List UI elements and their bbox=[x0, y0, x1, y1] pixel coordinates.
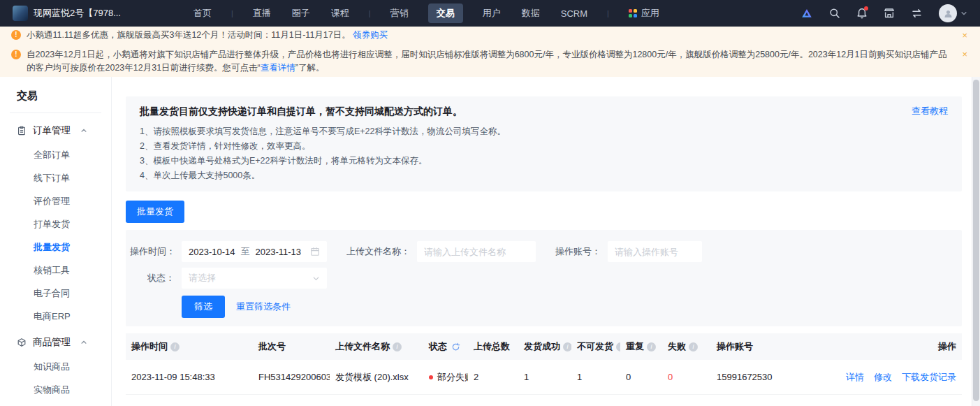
sidebar-item-verification-tool[interactable]: 核销工具 bbox=[0, 259, 111, 282]
coupon-buy-link[interactable]: 领券购买 bbox=[353, 30, 388, 40]
info-icon[interactable] bbox=[647, 342, 656, 351]
nav-divider: | bbox=[607, 9, 609, 17]
search-icon[interactable] bbox=[829, 8, 840, 19]
divider bbox=[10, 113, 101, 113]
time-filter-label: 操作时间： bbox=[130, 245, 175, 258]
sidebar-item-physical-products[interactable]: 实物商品 bbox=[0, 378, 111, 401]
info-icon[interactable] bbox=[689, 342, 698, 351]
file-name-input[interactable] bbox=[417, 241, 536, 262]
detail-link[interactable]: 详情 bbox=[846, 371, 864, 384]
table-header: 操作时间 批次号 上传文件名称 状态 上传总数 发货成功 不可发货 重复 失败 … bbox=[126, 333, 962, 360]
main-content: 批量发货目前仅支持快递订单和自提订单，暂不支持同城配送方式的订单。 查看教程 1… bbox=[112, 77, 972, 406]
nav-item-scrm[interactable]: SCRM bbox=[560, 5, 589, 22]
apps-grid-icon bbox=[629, 9, 637, 17]
shop-switcher[interactable]: 现网蓝悦2号【7978... bbox=[13, 6, 121, 21]
status-dot bbox=[429, 375, 433, 379]
sidebar-item-print-ship[interactable]: 打单发货 bbox=[0, 212, 111, 235]
nav-item-circle[interactable]: 圈子 bbox=[291, 3, 312, 23]
upgrade-banner: 自2023年12月1日起，小鹅通将对旗下知识店铺产品进行整体升级，产品价格也将进… bbox=[0, 43, 980, 77]
notice-line: 4、单次上传最大支持5000条。 bbox=[140, 168, 948, 183]
nav-divider: | bbox=[369, 9, 371, 17]
info-icon[interactable] bbox=[393, 342, 402, 351]
chevron-up-icon bbox=[80, 339, 87, 346]
account-menu[interactable] bbox=[939, 4, 967, 22]
cell-status: 部分失败 bbox=[423, 371, 468, 384]
scrollbar-thumb[interactable] bbox=[973, 80, 979, 401]
col-total: 上传总数 bbox=[474, 340, 510, 353]
avatar bbox=[939, 4, 957, 22]
storefront-icon[interactable] bbox=[884, 8, 895, 19]
notice-line: 3、模板中快递单号处格式为E+22科学计数法时，将单元格转为文本保存。 bbox=[140, 154, 948, 168]
col-account: 操作账号 bbox=[717, 340, 753, 353]
notice-line: 2、查看发货详情，针对性修改，效率更高。 bbox=[140, 139, 948, 154]
reset-filters-link[interactable]: 重置筛选条件 bbox=[236, 300, 291, 313]
sidebar-group-order-management[interactable]: 订单管理 bbox=[0, 116, 111, 143]
navbar-right bbox=[800, 4, 967, 22]
col-file: 上传文件名称 bbox=[335, 340, 390, 353]
chevron-down-icon bbox=[312, 275, 320, 282]
nav-item-home[interactable]: 首页 bbox=[192, 3, 213, 23]
sidebar-item-knowledge-products[interactable]: 知识商品 bbox=[0, 355, 111, 378]
top-navbar: 现网蓝悦2号【7978... 首页 | 直播 圈子 课程 | 营销 交易 用户 … bbox=[0, 0, 980, 27]
warning-icon bbox=[11, 30, 21, 40]
col-batch: 批次号 bbox=[258, 340, 286, 353]
col-success: 发货成功 bbox=[524, 340, 560, 353]
download-ship-record-link[interactable]: 下载发货记录 bbox=[902, 371, 956, 384]
col-duplicate: 重复 bbox=[626, 340, 644, 353]
close-icon[interactable]: × bbox=[960, 29, 969, 41]
status-filter-label: 状态： bbox=[130, 272, 175, 284]
view-tutorial-link[interactable]: 查看教程 bbox=[912, 105, 948, 117]
status-select[interactable]: 请选择 bbox=[182, 268, 327, 289]
switch-shop-icon[interactable] bbox=[911, 8, 923, 19]
col-unshippable: 不可发货 bbox=[577, 340, 613, 353]
sidebar-item-e-contract[interactable]: 电子合同 bbox=[0, 282, 111, 305]
sidebar-group-product-management[interactable]: 商品管理 bbox=[0, 328, 111, 355]
sidebar-item-batch-ship[interactable]: 批量发货 bbox=[0, 235, 111, 259]
sidebar-title: 交易 bbox=[0, 87, 111, 113]
warning-icon bbox=[11, 50, 21, 59]
sidebar-item-review-management[interactable]: 评价管理 bbox=[0, 189, 111, 212]
date-separator: 至 bbox=[241, 245, 250, 258]
close-icon[interactable]: × bbox=[960, 48, 969, 60]
view-details-link[interactable]: 查看详情 bbox=[261, 63, 295, 73]
cell-duplicate: 0 bbox=[620, 372, 662, 382]
table-row: 2023-11-09 15:48:33 FH531429200603 发货模板 … bbox=[126, 360, 962, 395]
brand-triangle-icon[interactable] bbox=[800, 7, 813, 20]
cell-upload-total: 2 bbox=[468, 372, 518, 382]
notice-title: 批量发货目前仅支持快递订单和自提订单，暂不支持同城配送方式的订单。 bbox=[140, 105, 462, 117]
col-status: 状态 bbox=[429, 340, 447, 353]
sidebar-item-all-orders[interactable]: 全部订单 bbox=[0, 143, 111, 166]
batch-ship-button[interactable]: 批量发货 bbox=[126, 201, 184, 223]
cell-account: 15991672530 bbox=[711, 372, 843, 382]
cell-actions: 详情 修改 下载发货记录 bbox=[843, 371, 962, 384]
sidebar-item-offline-orders[interactable]: 线下订单 bbox=[0, 166, 111, 189]
nav-item-data[interactable]: 数据 bbox=[520, 3, 541, 23]
nav-item-course[interactable]: 课程 bbox=[330, 3, 351, 23]
nav-item-live[interactable]: 直播 bbox=[251, 3, 272, 23]
account-filter-label: 操作账号： bbox=[555, 245, 601, 258]
col-time: 操作时间 bbox=[131, 340, 168, 353]
info-icon[interactable] bbox=[170, 342, 180, 351]
nav-item-apps[interactable]: 应用 bbox=[627, 3, 661, 23]
nav-item-marketing[interactable]: 营销 bbox=[389, 3, 410, 23]
calendar-icon bbox=[310, 247, 320, 256]
refresh-icon[interactable] bbox=[451, 342, 460, 351]
cell-time: 2023-11-09 15:48:33 bbox=[126, 372, 253, 382]
date-range-picker[interactable]: 2023-10-14 至 2023-11-13 bbox=[182, 241, 327, 262]
cell-batch-no: FH531429200603 bbox=[253, 372, 330, 382]
filter-button[interactable]: 筛选 bbox=[182, 296, 225, 318]
notice-line: 1、请按照模板要求填写发货信息，注意运单号不要写成E+22科学计数法，物流公司填… bbox=[140, 124, 948, 139]
bell-icon[interactable] bbox=[856, 8, 868, 19]
info-icon[interactable] bbox=[563, 342, 571, 351]
main-nav: 首页 | 直播 圈子 课程 | 营销 交易 用户 数据 SCRM | 应用 bbox=[192, 3, 661, 23]
nav-divider: | bbox=[231, 9, 233, 17]
vertical-scrollbar bbox=[972, 77, 980, 406]
account-input[interactable] bbox=[608, 241, 702, 262]
file-filter-label: 上传文件名称： bbox=[346, 245, 410, 258]
sidebar-item-ecommerce-erp[interactable]: 电商ERP bbox=[0, 305, 111, 328]
cell-ship-success: 1 bbox=[518, 372, 571, 382]
col-actions: 操作 bbox=[938, 340, 956, 353]
edit-link[interactable]: 修改 bbox=[874, 371, 892, 384]
nav-item-users[interactable]: 用户 bbox=[481, 3, 502, 23]
nav-item-trade[interactable]: 交易 bbox=[428, 3, 463, 23]
